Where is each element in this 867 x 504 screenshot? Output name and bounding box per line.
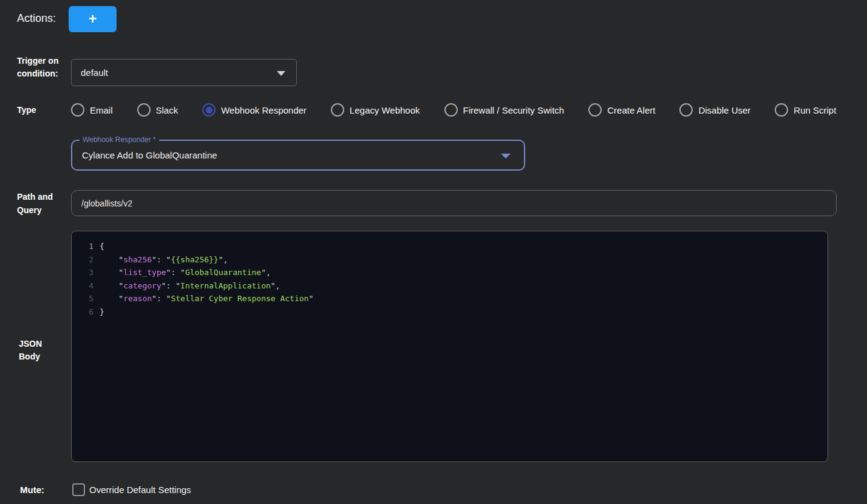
add-action-button[interactable]: +: [69, 6, 117, 32]
type-radio-create-alert[interactable]: Create Alert: [588, 103, 655, 117]
trigger-condition-select[interactable]: default: [71, 59, 297, 86]
radio-circle-icon: [588, 103, 602, 117]
type-label: Type: [17, 105, 36, 115]
type-radio-disable-user[interactable]: Disable User: [679, 103, 750, 117]
code-line: 3 "list_type": "GlobalQuarantine",: [72, 266, 828, 279]
trigger-condition-label: Trigger on condition:: [17, 55, 61, 80]
plus-icon: +: [89, 12, 97, 26]
json-code-lines: 1 { 2 "sha256": "{{sha256}}", 3 "list_ty…: [72, 240, 828, 318]
radio-circle-icon: [679, 103, 693, 117]
path-query-input[interactable]: [71, 190, 837, 216]
type-radio-run-script[interactable]: Run Script: [775, 103, 836, 117]
webhook-responder-select[interactable]: Webhook Responder * Cylance Add to Globa…: [71, 140, 525, 171]
required-marker: *: [153, 135, 156, 144]
line-content: "list_type": "GlobalQuarantine",: [100, 266, 828, 279]
override-default-settings-label: Override Default Settings: [89, 485, 191, 495]
line-number: 6: [72, 305, 100, 319]
chevron-down-icon: [501, 154, 511, 158]
json-body-label: JSON Body: [19, 338, 49, 363]
line-number: 4: [72, 279, 100, 293]
code-line: 1 {: [72, 240, 828, 253]
webhook-responder-select-label: Webhook Responder *: [80, 135, 159, 144]
line-content: {: [100, 240, 828, 253]
line-number: 2: [72, 253, 100, 267]
override-default-settings-checkbox[interactable]: [72, 483, 85, 496]
type-radio-group: Email Slack Webhook Responder Legacy Web…: [71, 101, 860, 118]
line-content: "sha256": "{{sha256}}",: [100, 253, 828, 267]
line-number: 5: [72, 292, 100, 305]
trigger-condition-value: default: [81, 67, 108, 78]
line-content: }: [100, 305, 828, 319]
radio-circle-icon: [137, 103, 151, 117]
webhook-responder-select-value: Cylance Add to GlobalQuarantine: [82, 150, 217, 160]
type-radio-slack[interactable]: Slack: [137, 103, 178, 117]
code-line: 6 }: [72, 305, 828, 319]
radio-circle-icon: [202, 103, 216, 117]
response-action-form: Actions: + Trigger on condition: default…: [0, 0, 867, 504]
json-body-editor[interactable]: 1 { 2 "sha256": "{{sha256}}", 3 "list_ty…: [71, 231, 828, 462]
type-radio-email[interactable]: Email: [71, 103, 113, 117]
code-line: 5 "reason": "Stellar Cyber Response Acti…: [72, 292, 828, 305]
radio-circle-icon: [71, 103, 84, 117]
mute-label: Mute:: [20, 485, 44, 495]
type-radio-firewall-security-switch[interactable]: Firewall / Security Switch: [444, 103, 565, 117]
code-line: 2 "sha256": "{{sha256}}",: [72, 253, 828, 267]
type-radio-legacy-webhook[interactable]: Legacy Webhook: [331, 103, 420, 117]
radio-circle-icon: [444, 103, 458, 117]
path-query-label: Path and Query: [17, 190, 59, 217]
radio-circle-icon: [331, 103, 344, 117]
type-radio-webhook-responder[interactable]: Webhook Responder: [202, 103, 307, 117]
code-line: 4 "category": "InternalApplication",: [72, 279, 828, 293]
line-content: "reason": "Stellar Cyber Response Action…: [100, 292, 828, 305]
line-number: 1: [72, 240, 100, 253]
chevron-down-icon: [277, 71, 285, 76]
actions-label: Actions:: [17, 12, 56, 25]
line-number: 3: [72, 266, 100, 279]
radio-circle-icon: [775, 103, 788, 117]
line-content: "category": "InternalApplication",: [100, 279, 828, 293]
